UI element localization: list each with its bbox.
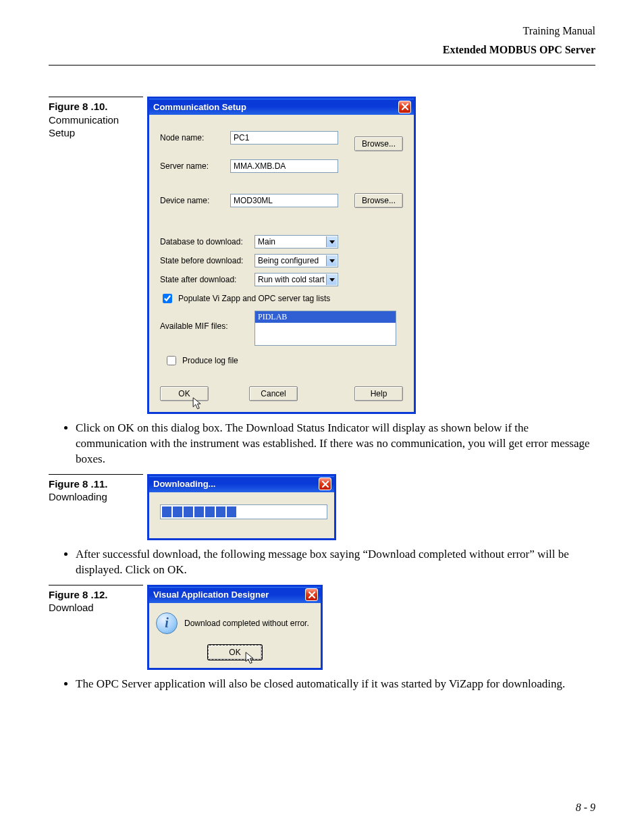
figure-text: Communication Setup <box>49 113 143 140</box>
dialog-titlebar[interactable]: Downloading... <box>149 476 334 492</box>
bullet-list-2: After successful download, the following… <box>61 547 595 578</box>
figure-caption-811: Figure 8 .11. Downloading <box>49 474 143 504</box>
populate-label: Populate Vi Zapp and OPC server tag list… <box>178 294 330 303</box>
node-name-input[interactable] <box>230 131 338 145</box>
header-rule <box>49 65 595 66</box>
progress-segment <box>173 506 182 517</box>
state-after-label: State after download: <box>160 275 254 284</box>
help-button[interactable]: Help <box>354 386 403 401</box>
progress-segment <box>227 506 236 517</box>
info-message-text: Download completed without error. <box>184 619 309 628</box>
cancel-button[interactable]: Cancel <box>249 386 298 401</box>
ok-button-wrap: OK <box>160 386 209 401</box>
page-content: Figure 8 .10. Communication Setup Commun… <box>49 97 595 692</box>
db-download-select[interactable]: Main <box>254 235 338 249</box>
mif-selected-item[interactable]: PIDLAB <box>255 311 396 323</box>
close-icon[interactable] <box>398 101 411 113</box>
state-after-value: Run with cold start <box>258 275 325 284</box>
db-download-label: Database to download: <box>160 237 254 246</box>
state-before-label: State before download: <box>160 256 254 265</box>
downloading-body <box>149 492 334 538</box>
state-after-select[interactable]: Run with cold start <box>254 273 338 286</box>
progress-segment <box>205 506 215 517</box>
dialog-title: Communication Setup <box>153 102 246 112</box>
figure-text: Download <box>49 601 143 615</box>
figure-row-810: Figure 8 .10. Communication Setup Commun… <box>49 97 595 414</box>
device-name-input[interactable] <box>230 194 338 207</box>
chevron-down-icon <box>326 274 337 285</box>
progress-segment <box>194 506 204 517</box>
server-name-input[interactable] <box>230 159 338 173</box>
populate-checkbox-row: Populate Vi Zapp and OPC server tag list… <box>160 292 403 305</box>
progress-segment <box>184 506 193 517</box>
info-message-dialog: Visual Application Designer Download com… <box>147 585 323 670</box>
dialog-body: Node name: Browse... Server name: Device… <box>149 115 414 412</box>
comm-setup-dialog: Communication Setup Node name: Browse... <box>147 97 416 414</box>
bullet-list-1: Click on OK on this dialog box. The Down… <box>61 421 595 467</box>
figure-image-812: Visual Application Designer Download com… <box>147 585 595 670</box>
state-before-value: Being configured <box>258 256 319 265</box>
dialog-titlebar[interactable]: Communication Setup <box>149 99 414 115</box>
downloading-dialog: Downloading... <box>147 474 336 540</box>
device-name-label: Device name: <box>160 196 230 205</box>
figure-label: Figure 8 .10. <box>49 100 143 113</box>
info-ok-button[interactable]: OK <box>208 645 262 660</box>
progress-segment <box>162 506 171 517</box>
header-line2: Extended MODBUS OPC Server <box>49 42 595 58</box>
ok-button[interactable]: OK <box>160 386 209 401</box>
figure-text: Downloading <box>49 490 143 504</box>
progress-segment <box>216 506 225 517</box>
progress-bar <box>160 504 327 519</box>
bullet-item: Click on OK on this dialog box. The Down… <box>76 421 595 467</box>
bullet-item: After successful download, the following… <box>76 547 595 578</box>
info-icon <box>156 613 178 634</box>
header-line1: Training Manual <box>49 23 595 39</box>
figure-image-811: Downloading... <box>147 474 595 540</box>
document-page: Training Manual Extended MODBUS OPC Serv… <box>0 0 644 834</box>
chevron-down-icon <box>326 255 337 266</box>
db-download-value: Main <box>258 237 275 246</box>
log-label: Produce log file <box>182 356 238 365</box>
close-icon[interactable] <box>319 477 331 490</box>
page-header: Training Manual Extended MODBUS OPC Serv… <box>49 23 595 58</box>
browse-node-button[interactable]: Browse... <box>354 136 403 151</box>
info-footer: OK <box>149 641 321 668</box>
info-body: Download completed without error. <box>149 603 321 641</box>
server-name-label: Server name: <box>160 161 230 171</box>
populate-checkbox[interactable] <box>163 294 172 303</box>
state-before-select[interactable]: Being configured <box>254 254 338 267</box>
bullet-item: The OPC Server application will also be … <box>76 677 595 692</box>
dialog-title: Downloading... <box>153 479 215 489</box>
figure-caption-812: Figure 8 .12. Download <box>49 585 143 615</box>
log-checkbox[interactable] <box>167 356 176 365</box>
mif-listbox[interactable]: PIDLAB <box>254 311 396 346</box>
dialog-button-row: OK Cancel Help <box>160 386 403 401</box>
chevron-down-icon <box>326 236 337 247</box>
node-name-label: Node name: <box>160 133 230 142</box>
mif-label: Available MIF files: <box>160 311 254 331</box>
figure-row-812: Figure 8 .12. Download Visual Applicatio… <box>49 585 595 670</box>
figure-row-811: Figure 8 .11. Downloading Downloading... <box>49 474 595 540</box>
figure-caption-810: Figure 8 .10. Communication Setup <box>49 97 143 140</box>
bullet-list-3: The OPC Server application will also be … <box>61 677 595 692</box>
figure-image-810: Communication Setup Node name: Browse... <box>147 97 595 414</box>
figure-label: Figure 8 .11. <box>49 477 143 491</box>
dialog-title: Visual Application Designer <box>153 590 269 600</box>
figure-label: Figure 8 .12. <box>49 588 143 602</box>
close-icon[interactable] <box>305 588 318 601</box>
browse-device-button[interactable]: Browse... <box>354 193 403 208</box>
log-checkbox-row: Produce log file <box>164 354 403 367</box>
dialog-titlebar[interactable]: Visual Application Designer <box>149 587 321 603</box>
page-number: 8 - 9 <box>576 802 595 814</box>
